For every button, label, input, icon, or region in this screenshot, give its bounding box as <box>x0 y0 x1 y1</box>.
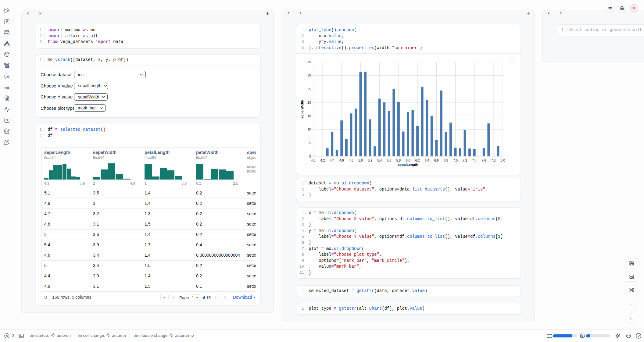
svg-text:7.8: 7.8 <box>491 159 496 162</box>
svg-text:15: 15 <box>307 114 311 118</box>
svg-text:7.0: 7.0 <box>453 159 458 162</box>
svg-text:7.2: 7.2 <box>463 159 467 162</box>
svg-text:25: 25 <box>307 87 311 91</box>
svg-text:sepalWidth: sepalWidth <box>300 100 304 118</box>
svg-text:5.0: 5.0 <box>358 159 363 162</box>
svg-text:4.6: 4.6 <box>339 159 344 162</box>
svg-text:5.6: 5.6 <box>387 159 391 162</box>
svg-text:4.8: 4.8 <box>349 159 353 162</box>
svg-text:35: 35 <box>307 60 311 64</box>
svg-text:6.6: 6.6 <box>434 159 439 162</box>
svg-text:7.6: 7.6 <box>481 159 486 162</box>
svg-text:20: 20 <box>307 101 311 104</box>
svg-text:30: 30 <box>307 73 311 77</box>
svg-text:0: 0 <box>309 155 311 158</box>
svg-text:4.2: 4.2 <box>320 159 325 162</box>
svg-text:8.0: 8.0 <box>501 159 505 162</box>
svg-text:5.2: 5.2 <box>368 159 372 162</box>
svg-text:5: 5 <box>309 141 311 145</box>
svg-text:6.4: 6.4 <box>425 159 429 162</box>
svg-text:sepalLength: sepalLength <box>398 163 418 166</box>
svg-text:4.0: 4.0 <box>311 159 316 162</box>
svg-text:5.4: 5.4 <box>377 159 382 162</box>
svg-text:10: 10 <box>307 127 311 131</box>
svg-text:6.8: 6.8 <box>444 159 448 162</box>
svg-text:5.8: 5.8 <box>396 159 401 162</box>
svg-text:6.0: 6.0 <box>406 159 410 162</box>
svg-text:6.2: 6.2 <box>415 159 420 162</box>
svg-text:4.4: 4.4 <box>330 159 335 162</box>
svg-text:7.4: 7.4 <box>472 159 477 162</box>
